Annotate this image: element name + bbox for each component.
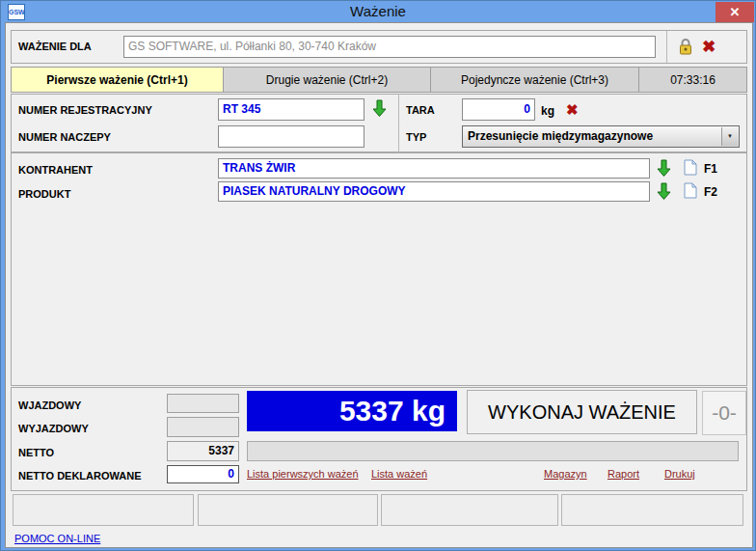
produkt-fkey-label: F2 [704,185,717,199]
footer-panel-3 [381,494,558,526]
tara-input[interactable]: 0 [462,98,535,121]
drukuj-link[interactable]: Drukuj [664,468,695,480]
netto-field: 5337 [167,441,239,461]
tab-pojedyncze-wazenie[interactable]: Pojedyncze ważenie (Ctrl+3) [430,67,639,93]
netto-label: NETTO [18,447,54,458]
vehicle-group-divider [398,94,399,152]
chevron-down-icon[interactable]: ▼ [721,127,738,146]
kontrahent-input[interactable]: TRANS ŻWIR [218,158,650,179]
typ-selected-value: Przesunięcie międzymagazynowe [468,129,653,143]
tab-pierwsze-wazenie[interactable]: Pierwsze ważenie (Ctrl+1) [11,67,224,93]
magazyn-link[interactable]: Magazyn [544,468,587,480]
footer-panel-1 [13,494,194,526]
tara-label: TARA [406,104,435,116]
produkt-label: PRODUKT [18,188,70,200]
status-bar-field [247,441,739,461]
typ-select[interactable]: Przesunięcie międzymagazynowe ▼ [462,125,740,148]
lista-pierwszych-wazen-link[interactable]: Lista pierwszych ważeń [247,468,359,480]
tara-unit-label: kg [541,104,554,118]
footer-panel-4 [561,494,743,526]
lista-wazen-link[interactable]: Lista ważeń [371,468,427,480]
tab-drugie-wazenie[interactable]: Drugie ważenie (Ctrl+2) [223,67,431,93]
produkt-document-icon[interactable] [684,182,697,203]
tara-clear-icon[interactable]: ✖ [566,101,579,119]
netto-deklarowane-input[interactable]: 0 [167,465,239,483]
produkt-pick-arrow-icon[interactable] [657,182,671,205]
numer-naczepy-label: NUMER NACZEPY [18,131,111,143]
pomoc-online-link[interactable]: POMOC ON-LINE [14,533,100,544]
header-clear-icon[interactable]: ✖ [702,37,716,57]
header-separator [666,31,667,63]
zero-scale-button[interactable]: -0- [702,391,746,435]
wjazdowy-field [167,394,239,413]
wazenie-dla-label: WAŻENIE DLA [18,41,92,52]
wjazdowy-label: WJAZDOWY [18,399,81,411]
lock-icon[interactable] [678,38,693,60]
window-title: Ważenie [1,3,755,19]
produkt-input[interactable]: PIASEK NATURALNY DROGOWY [218,181,650,202]
wazenie-dla-input[interactable]: GS SOFTWARE, ul. Półłanki 80, 30-740 Kra… [123,36,656,58]
titlebar: GSW Ważenie ✕ [1,1,755,22]
wyjazdowy-label: WYJAZDOWY [18,423,89,434]
kontrahent-fkey-label: F1 [704,162,717,176]
wykonaj-wazenie-button[interactable]: WYKONAJ WAŻENIE [467,390,697,434]
wyjazdowy-field [167,417,239,437]
app-window: GSW Ważenie ✕ WAŻENIE DLA GS SOFTWARE, u… [0,0,756,551]
clock-display: 07:33:16 [638,67,747,93]
close-button[interactable]: ✕ [716,2,754,22]
kontrahent-label: KONTRAHENT [18,164,93,176]
kontrahent-document-icon[interactable] [684,159,697,179]
footer-panel-2 [198,494,378,526]
netto-deklarowane-label: NETTO DEKLAROWANE [18,470,142,482]
numer-rejestracyjny-pick-arrow-icon[interactable] [372,99,387,122]
weight-display: 5337 kg [247,391,457,431]
numer-rejestracyjny-label: NUMER REJESTRACYJNY [18,104,152,116]
typ-label: TYP [406,131,426,143]
numer-naczepy-input[interactable] [218,125,364,148]
raport-link[interactable]: Raport [608,468,639,480]
kontrahent-pick-arrow-icon[interactable] [657,159,671,181]
numer-rejestracyjny-input[interactable]: RT 345 [218,98,364,121]
